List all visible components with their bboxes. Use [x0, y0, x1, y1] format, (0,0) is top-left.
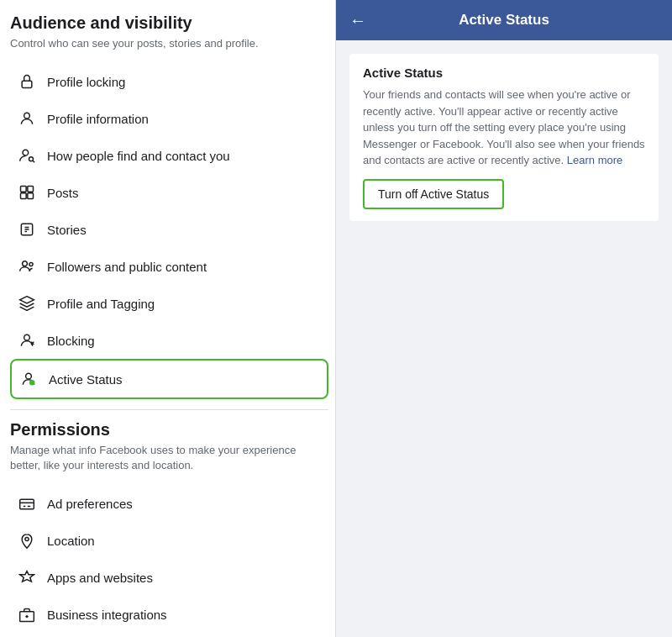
sidebar-item-location[interactable]: Location — [10, 523, 328, 560]
tag-icon — [17, 293, 37, 313]
sidebar-item-label: How people find and contact you — [47, 149, 230, 163]
sidebar-item-business-integrations[interactable]: Business integrations — [10, 597, 328, 634]
svg-rect-6 — [28, 187, 34, 192]
person-icon — [17, 108, 37, 129]
block-icon — [17, 330, 37, 350]
sidebar-item-off-facebook[interactable]: Off-Facebook activity — [10, 634, 328, 637]
card-description: Your friends and contacts will see when … — [363, 87, 645, 169]
sidebar-item-label: Stories — [47, 223, 87, 237]
svg-point-20 — [30, 381, 34, 385]
sidebar-item-apps-websites[interactable]: Apps and websites — [10, 560, 328, 597]
sidebar-item-profile-information[interactable]: Profile information — [10, 100, 328, 137]
svg-point-3 — [29, 157, 34, 161]
sidebar-item-blocking[interactable]: Blocking — [10, 322, 328, 359]
sidebar-item-stories[interactable]: Stories — [10, 211, 328, 248]
sidebar-item-ad-preferences[interactable]: Ad preferences — [10, 486, 328, 523]
active-status-icon — [18, 369, 39, 389]
person-search-icon — [17, 145, 37, 166]
svg-point-13 — [23, 261, 28, 266]
permissions-section: Permissions Manage what info Facebook us… — [10, 420, 328, 637]
sidebar-item-label: Location — [47, 534, 95, 548]
sidebar-item-posts[interactable]: Posts — [10, 174, 328, 211]
svg-rect-21 — [20, 499, 34, 509]
back-button[interactable]: ← — [349, 11, 366, 30]
sidebar-item-active-status[interactable]: Active Status — [10, 359, 328, 399]
permissions-subtitle: Manage what info Facebook uses to make y… — [10, 443, 328, 473]
svg-rect-8 — [28, 193, 34, 199]
right-header: ← Active Status — [336, 0, 672, 40]
sidebar-item-label: Active Status — [49, 372, 123, 387]
section-divider — [10, 409, 328, 410]
sidebar-item-label: Profile information — [47, 112, 149, 126]
lock-icon — [17, 71, 37, 92]
sidebar-item-how-people-find[interactable]: How people find and contact you — [10, 137, 328, 174]
audience-section: Audience and visibility Control who can … — [10, 13, 328, 399]
sidebar-item-label: Followers and public content — [47, 260, 207, 274]
followers-icon — [17, 256, 37, 276]
sidebar-item-label: Business integrations — [47, 608, 167, 622]
svg-point-25 — [25, 537, 29, 540]
svg-point-2 — [23, 150, 29, 156]
sidebar-item-followers[interactable]: Followers and public content — [10, 248, 328, 285]
svg-point-19 — [26, 374, 32, 380]
active-status-card: Active Status Your friends and contacts … — [349, 54, 659, 221]
learn-more-link[interactable]: Learn more — [567, 154, 622, 166]
card-title: Active Status — [363, 66, 645, 80]
sidebar-item-label: Posts — [47, 186, 79, 200]
sidebar-item-profile-locking[interactable]: Profile locking — [10, 63, 328, 100]
sidebar-item-label: Profile locking — [47, 75, 125, 89]
right-panel: ← Active Status Active Status Your frien… — [336, 0, 672, 637]
right-header-title: Active Status — [376, 12, 632, 29]
apps-icon — [17, 568, 37, 588]
sidebar-item-label: Ad preferences — [47, 497, 133, 511]
svg-point-1 — [24, 113, 30, 119]
svg-rect-5 — [21, 187, 27, 192]
permissions-title: Permissions — [10, 420, 328, 440]
svg-rect-0 — [22, 81, 32, 87]
posts-icon — [17, 182, 37, 203]
right-content: Active Status Your friends and contacts … — [336, 40, 672, 637]
sidebar-item-label: Profile and Tagging — [47, 297, 155, 311]
stories-icon — [17, 219, 37, 240]
turn-off-active-status-button[interactable]: Turn off Active Status — [363, 179, 504, 209]
audience-subtitle: Control who can see your posts, stories … — [10, 36, 328, 51]
sidebar-item-label: Apps and websites — [47, 571, 153, 585]
sidebar-item-profile-tagging[interactable]: Profile and Tagging — [10, 285, 328, 322]
sidebar-item-label: Blocking — [47, 334, 95, 348]
audience-title: Audience and visibility — [10, 13, 328, 33]
ad-icon — [17, 494, 37, 514]
svg-point-14 — [29, 263, 33, 266]
svg-line-4 — [33, 161, 34, 162]
svg-rect-7 — [21, 193, 27, 199]
left-panel: Audience and visibility Control who can … — [0, 0, 336, 637]
location-icon — [17, 531, 37, 551]
svg-point-16 — [24, 335, 30, 341]
business-icon — [17, 605, 37, 625]
